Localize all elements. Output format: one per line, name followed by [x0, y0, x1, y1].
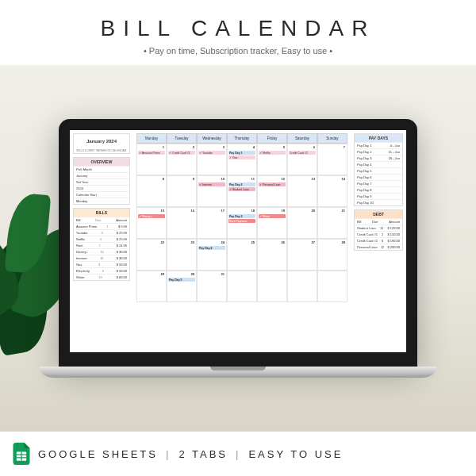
- spreadsheet-screen[interactable]: January 2024 BILLS & DEBT PAYMENTS CALEN…: [70, 130, 406, 352]
- list-item[interactable]: Pay Day 318 - Jan: [355, 155, 402, 161]
- calendar-cell[interactable]: 17: [197, 207, 227, 239]
- overview-panel: OVERVIEW Pick MonthJanuarySet Year2024Ca…: [73, 157, 130, 205]
- calendar-cell[interactable]: 5✓ Netflix: [257, 144, 287, 175]
- list-item[interactable]: Pay Day 8: [355, 186, 402, 193]
- calendar-body[interactable]: 1✓ Amazon Prime2✓ Credit Card #13✓ Youtu…: [136, 144, 347, 302]
- cell-date: 29: [161, 272, 164, 276]
- cell-date: 24: [221, 240, 225, 244]
- calendar-item[interactable]: Pay Day 4: [198, 246, 225, 250]
- list-item[interactable]: Set Year: [74, 178, 129, 185]
- calendar-cell[interactable]: 4Pay Day 1✓ Gas: [227, 144, 257, 175]
- list-item[interactable]: January: [74, 172, 129, 178]
- calendar-item[interactable]: Pay Day 1: [228, 151, 255, 155]
- cell-date: 16: [191, 209, 194, 213]
- calendar-item[interactable]: ✓ Gas: [228, 155, 255, 159]
- calendar-cell[interactable]: 2✓ Credit Card #1: [167, 144, 197, 175]
- calendar-cell[interactable]: 16: [167, 207, 197, 239]
- calendar-item[interactable]: ✓ Youtube: [198, 151, 225, 155]
- calendar-item[interactable]: ✓ Netflix: [259, 151, 286, 155]
- list-item[interactable]: Gas3$ 50.00: [74, 261, 129, 267]
- calendar-item[interactable]: ✓ Disney +: [138, 214, 165, 218]
- list-item[interactable]: Personal Loan12$ 200.00: [355, 244, 402, 250]
- list-item[interactable]: Netflix5$ 29.99: [74, 236, 129, 242]
- calendar-cell[interactable]: 23: [167, 239, 197, 271]
- list-item[interactable]: Pay Day 14 - Jan: [355, 142, 402, 148]
- calendar-cell[interactable]: 22: [136, 239, 167, 271]
- calendar-item[interactable]: ✓ Internet: [198, 182, 225, 186]
- product-stage: January 2024 BILLS & DEBT PAYMENTS CALEN…: [0, 65, 476, 432]
- list-item[interactable]: Internet10$ 30.00: [74, 255, 129, 261]
- list-item[interactable]: Rent7$ 24.99: [74, 242, 129, 248]
- calendar-item[interactable]: Pay Day 5: [168, 278, 195, 282]
- calendar-cell[interactable]: [227, 271, 257, 302]
- calendar-cell[interactable]: 19✓ Water: [257, 207, 287, 239]
- calendar-item[interactable]: Pay Day 2: [228, 182, 255, 186]
- list-item[interactable]: Pay Day 5: [355, 167, 402, 174]
- bills-header: BILLS: [74, 209, 129, 217]
- cell-date: 23: [191, 240, 194, 244]
- calendar-item[interactable]: ✓ Amazon Prime: [138, 151, 165, 155]
- overview-rows: Pick MonthJanuarySet Year2024Calendar St…: [74, 166, 129, 204]
- list-item[interactable]: Youtube3$ 29.99: [74, 229, 129, 236]
- list-item[interactable]: Pay Day 211 - Jan: [355, 148, 402, 155]
- list-item[interactable]: Pay Day 9: [355, 193, 402, 199]
- calendar-cell[interactable]: 26: [257, 239, 287, 271]
- calendar-cell[interactable]: 31: [197, 271, 227, 302]
- footer-tabs: 2 TABS: [178, 448, 228, 460]
- list-item[interactable]: Calendar Start: [74, 191, 129, 198]
- bills-rows: Amazon Prime1$ 9.99Youtube3$ 29.99Netfli…: [74, 223, 129, 280]
- calendar-cell[interactable]: [317, 271, 347, 302]
- list-item[interactable]: Pay Day 6: [355, 174, 402, 180]
- overview-header: OVERVIEW: [74, 158, 129, 166]
- calendar-cell[interactable]: 21: [317, 207, 347, 239]
- calendar-item[interactable]: ✓ Student Loan: [228, 187, 255, 191]
- list-item[interactable]: Student Loan11$ 120.00: [355, 225, 402, 231]
- calendar-cell[interactable]: 14: [317, 175, 347, 207]
- list-item[interactable]: Amazon Prime1$ 9.99: [74, 223, 129, 229]
- calendar-item[interactable]: ✓ Water: [259, 214, 286, 218]
- calendar-item[interactable]: Credit Card #2: [289, 151, 316, 155]
- list-item[interactable]: 2024: [74, 185, 129, 191]
- calendar-cell[interactable]: 27: [287, 239, 317, 271]
- list-item[interactable]: Disney+15$ 39.00: [74, 248, 129, 255]
- calendar-cell[interactable]: 1✓ Amazon Prime: [136, 144, 167, 175]
- cell-date: 5: [283, 145, 285, 149]
- cell-date: 18: [251, 209, 255, 213]
- calendar-cell[interactable]: 18Pay Day 3Rent Payment: [227, 207, 257, 239]
- list-item[interactable]: Pay Day 7: [355, 180, 402, 186]
- calendar-cell[interactable]: 3✓ Youtube: [197, 144, 227, 175]
- list-item[interactable]: Credit Card #26$ 190.00: [355, 237, 402, 244]
- calendar-cell[interactable]: 29: [136, 271, 167, 302]
- calendar-cell[interactable]: 8: [136, 175, 167, 207]
- list-item[interactable]: Water19$ 60.00: [74, 274, 129, 280]
- list-item[interactable]: Pay Day 4: [355, 161, 402, 167]
- calendar-cell[interactable]: 9: [167, 175, 197, 207]
- list-item[interactable]: Electricity9$ 50.00: [74, 267, 129, 274]
- month-panel: January 2024 BILLS & DEBT PAYMENTS CALEN…: [73, 133, 130, 154]
- calendar-cell[interactable]: 10✓ Internet: [197, 175, 227, 207]
- calendar-cell[interactable]: 20: [287, 207, 317, 239]
- cell-date: 6: [313, 145, 315, 149]
- list-item[interactable]: Credit Card #12$ 150.00: [355, 231, 402, 237]
- calendar-item[interactable]: Pay Day 3: [228, 214, 255, 218]
- calendar-cell[interactable]: [287, 271, 317, 302]
- calendar-cell[interactable]: 30Pay Day 5: [167, 271, 197, 302]
- calendar-cell[interactable]: 24Pay Day 4: [197, 239, 227, 271]
- list-item[interactable]: Pay Day 10: [355, 199, 402, 205]
- list-item[interactable]: Pick Month: [74, 166, 129, 172]
- cell-date: 13: [312, 177, 315, 181]
- calendar-cell[interactable]: 25: [227, 239, 257, 271]
- calendar-item[interactable]: ✓ Personal Loan: [259, 182, 286, 186]
- calendar-cell[interactable]: 11Pay Day 2✓ Student Loan: [227, 175, 257, 207]
- calendar-item[interactable]: Rent Payment: [228, 219, 255, 223]
- list-item[interactable]: Monday: [74, 198, 129, 204]
- calendar-cell[interactable]: 6Credit Card #2: [287, 144, 317, 175]
- calendar-cell[interactable]: 15✓ Disney +: [136, 207, 167, 239]
- calendar-cell[interactable]: [257, 271, 287, 302]
- calendar-cell[interactable]: 13: [287, 175, 317, 207]
- calendar-cell[interactable]: 28: [317, 239, 347, 271]
- calendar-cell[interactable]: 7: [317, 144, 347, 175]
- calendar-cell[interactable]: 12✓ Personal Loan: [257, 175, 287, 207]
- calendar-item[interactable]: ✓ Credit Card #1: [168, 151, 195, 155]
- cell-date: 10: [221, 177, 225, 181]
